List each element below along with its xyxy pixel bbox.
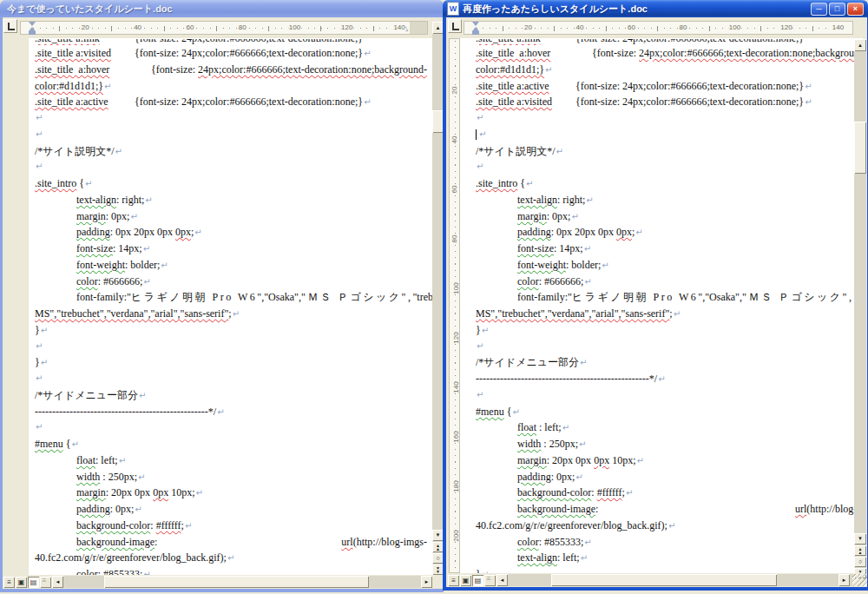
ruler-number: 20 — [450, 87, 458, 95]
scroll-right-button[interactable]: ► — [838, 574, 850, 586]
doc-text-segment: #menu — [476, 406, 504, 418]
horizontal-scrollbar-thumb[interactable] — [551, 574, 777, 586]
doc-line: .site_title a:visited{font-size: 24px;co… — [476, 94, 863, 110]
close-button[interactable]: × — [847, 3, 864, 16]
doc-line: text-align: right;↵ — [35, 192, 427, 208]
paragraph-mark-icon: ↵ — [635, 225, 642, 241]
web-layout-view-button[interactable]: ▣ — [16, 577, 27, 588]
indent-markers[interactable] — [472, 22, 479, 35]
window-resize-grip[interactable] — [852, 574, 867, 586]
horizontal-ruler[interactable]: △ 20406080100120140 — [20, 21, 428, 35]
vertical-ruler[interactable]: 20406080100120140160180200 — [449, 38, 460, 573]
doc-text-segment: padding — [76, 226, 110, 238]
paragraph-mark-icon: ↵ — [512, 405, 519, 421]
doc-text-segment: padding — [517, 471, 551, 483]
doc-text-segment: .site_title a:hover — [476, 47, 550, 59]
doc-line: 40.fc2.com/g/r/e/greenforever/blog_back.… — [35, 550, 427, 566]
window-border-left — [0, 17, 3, 592]
paragraph-mark-icon: ↵ — [364, 95, 371, 111]
maximize-button[interactable]: □ — [829, 3, 845, 16]
doc-text-segment: .site_intro — [35, 177, 76, 189]
web-layout-view-button[interactable]: ▣ — [460, 575, 471, 586]
paragraph-mark-icon: ↵ — [580, 355, 587, 372]
window-border-bottom — [0, 589, 444, 592]
scroll-up-button[interactable]: ▲ — [854, 39, 866, 51]
doc-text-segment: 0px — [153, 486, 168, 498]
doc-text-segment: : 0px 20px 0px — [110, 226, 175, 238]
paragraph-mark-icon: ↵ — [584, 535, 591, 551]
select-browse-object-button[interactable]: ○ — [854, 557, 866, 567]
outline-view-button[interactable]: ㆔ — [40, 577, 51, 588]
doc-text-segment: 24px;color:#666666;text-decoration:none;… — [639, 47, 863, 59]
scroll-left-button[interactable]: ◄ — [496, 574, 508, 586]
tab-stop-selector[interactable] — [448, 19, 462, 33]
outline-view-button[interactable]: ㆔ — [484, 575, 496, 586]
left-indent-icon[interactable] — [472, 31, 479, 35]
doc-text-segment: 24px;color:#666666;text-decoration:none;… — [198, 63, 427, 76]
title-bar[interactable]: 今まで使っていたスタイルシート.doc — [0, 0, 444, 17]
doc-text-segment: background-color — [76, 519, 150, 531]
normal-view-button[interactable]: ≡ — [448, 575, 459, 586]
scroll-down-button[interactable]: ▼ — [854, 533, 866, 544]
doc-line: MS","trebuchet","verdana","arial","sans-… — [476, 306, 863, 322]
horizontal-ruler[interactable]: 20406080100120140 — [464, 21, 853, 35]
doc-line: float: left;↵ — [35, 452, 427, 469]
previous-page-button[interactable]: ▲ ▲ — [854, 545, 866, 556]
paragraph-mark-icon: ↵ — [36, 110, 43, 127]
ruler-number: 140 — [452, 381, 460, 393]
doc-line: font-size: 14px;↵ — [476, 241, 863, 257]
doc-text-segment: {font-size: 24px;color:#666666;text-deco… — [575, 39, 804, 44]
doc-text-segment: float — [517, 421, 536, 433]
doc-text-segment: {font-size: 24px;color:#666666;text-deco… — [135, 96, 363, 108]
paragraph-mark-icon: ↵ — [805, 79, 812, 96]
paragraph-mark-icon: ↵ — [581, 551, 588, 567]
doc-line: }↵ — [476, 322, 863, 339]
horizontal-scrollbar-thumb[interactable] — [104, 576, 369, 588]
doc-text-segment: .site_title a:active — [35, 96, 108, 108]
window-border-bottom — [443, 587, 868, 591]
print-layout-view-button[interactable]: ▤ — [28, 577, 39, 588]
ruler-number: 40 — [450, 136, 458, 144]
doc-text-segment: font-family:" — [517, 291, 572, 303]
tab-stop-selector[interactable] — [3, 19, 17, 33]
title-bar[interactable]: W 再度作ったあたらしいスタイルシート.doc ─ □ × — [443, 0, 868, 17]
doc-text-segment: ヒラギノ明朝 Pro W6 — [131, 291, 257, 303]
doc-line: width : 250px;↵ — [35, 469, 427, 485]
doc-text-segment: ; — [632, 226, 635, 238]
doc-line: background-color: #ffffff;↵ — [476, 485, 863, 501]
doc-line: ↵ — [476, 127, 863, 143]
ruler-number: 160 — [452, 431, 460, 442]
doc-line: font-weight: bolder;↵ — [476, 257, 863, 274]
word-document-icon: W — [447, 2, 459, 16]
paragraph-mark-icon: ↵ — [36, 127, 43, 143]
vertical-scrollbar[interactable] — [854, 39, 866, 578]
doc-text-segment: : #855333; — [98, 568, 143, 575]
first-line-indent-icon[interactable] — [472, 22, 479, 26]
scroll-left-button[interactable]: ◄ — [52, 576, 63, 588]
paragraph-mark-icon: ↵ — [194, 225, 201, 241]
print-layout-view-button[interactable]: ▤ — [472, 575, 483, 586]
doc-line: background-image:url(http://blog-imgs- — [35, 534, 427, 551]
document-page[interactable]: .site_title a:link{font-size: 24px;color… — [29, 38, 432, 575]
doc-text-segment: font-family:" — [76, 291, 131, 303]
minimize-button[interactable]: ─ — [811, 3, 827, 16]
paragraph-mark-icon: ↵ — [41, 355, 48, 372]
first-line-indent-icon[interactable] — [29, 22, 36, 26]
doc-text-segment: : #666666; — [98, 275, 143, 287]
paragraph-mark-icon: ↵ — [805, 95, 812, 111]
doc-line: background-image:url(http://blog-im — [476, 501, 863, 518]
indent-markers[interactable] — [29, 22, 36, 35]
doc-line: MS","trebuchet","verdana","arial","sans-… — [35, 306, 427, 322]
document-page[interactable]: .site_title a:link{font-size: 24px;color… — [460, 38, 863, 573]
doc-text-segment: ", — [257, 291, 264, 303]
paragraph-mark-icon: ↵ — [36, 339, 43, 355]
doc-line: ↵ — [476, 339, 863, 355]
vertical-scrollbar-thumb[interactable] — [854, 122, 866, 174]
doc-text-segment: font-weight — [517, 259, 566, 271]
scroll-right-button[interactable]: ► — [421, 576, 432, 588]
ruler-number: 40 — [575, 23, 585, 31]
paragraph-mark-icon: ↵ — [143, 567, 150, 575]
normal-view-button[interactable]: ≡ — [3, 577, 15, 588]
left-indent-icon[interactable] — [29, 31, 36, 35]
doc-text-segment: : — [595, 503, 598, 515]
